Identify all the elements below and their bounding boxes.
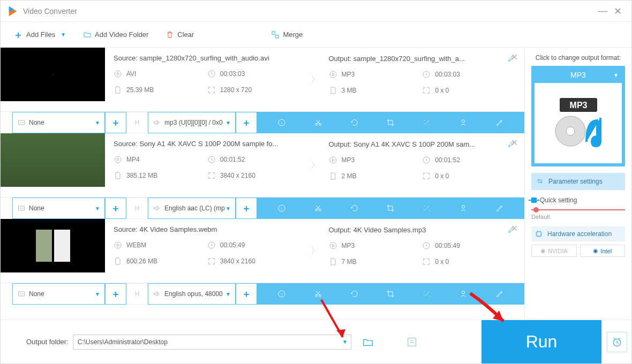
cut-button[interactable]: [312, 287, 325, 300]
source-duration: 00:03:03: [220, 70, 245, 78]
hd-toggle-button[interactable]: H: [126, 198, 148, 219]
alarm-clock-icon: [612, 337, 622, 347]
close-button[interactable]: ✕: [610, 4, 625, 19]
minimize-button[interactable]: —: [595, 4, 610, 19]
subtitle-value: None: [29, 290, 44, 298]
effects-button[interactable]: [420, 287, 433, 300]
hardware-accel-toggle[interactable]: Hardware acceleration: [531, 226, 625, 241]
subtitle-select[interactable]: None▼: [12, 283, 105, 305]
svg-rect-30: [537, 232, 541, 236]
quick-setting-label: Quick setting: [540, 196, 577, 204]
chip-icon: [535, 230, 543, 238]
output-folder-label: Output folder:: [26, 338, 69, 346]
speaker-icon: [153, 204, 161, 213]
remove-item-button[interactable]: ✕: [511, 52, 518, 62]
file-size-icon: [329, 257, 337, 266]
subtitle-select[interactable]: None▼: [12, 112, 105, 133]
add-subtitle-button[interactable]: ＋: [105, 283, 126, 305]
add-subtitle-button[interactable]: ＋: [105, 198, 126, 219]
output-format-title: Click to change output format:: [531, 54, 625, 62]
run-button[interactable]: Run: [481, 320, 601, 363]
file-item: Source: Sony A1 4K XAVC S 100P 200M samp…: [1, 133, 524, 219]
output-format: MP3: [342, 71, 355, 78]
subtitle-button[interactable]: [493, 116, 506, 129]
audio-select[interactable]: mp3 (U[0][0][0] / 0x0▼: [148, 112, 236, 133]
crop-button[interactable]: [384, 287, 397, 300]
add-files-button[interactable]: ＋ Add Files ▼: [13, 28, 66, 41]
file-size-icon: [114, 171, 122, 180]
subtitle-button[interactable]: [493, 287, 506, 300]
merge-button[interactable]: Merge: [271, 31, 303, 39]
intel-chip[interactable]: ◉Intel: [580, 245, 626, 257]
audio-value: mp3 (U[0][0][0] / 0x0: [164, 119, 223, 126]
hd-toggle-button[interactable]: H: [126, 283, 148, 305]
effects-button[interactable]: [420, 116, 433, 129]
subtitle-button[interactable]: [493, 202, 506, 215]
app-logo: [7, 5, 19, 17]
video-format-icon: [114, 70, 122, 78]
plus-icon: ＋: [13, 28, 23, 41]
merge-label: Merge: [283, 31, 303, 39]
rotate-button[interactable]: [348, 287, 361, 300]
output-filename: Output: 4K Video Samples.mp3: [329, 226, 503, 234]
output-resolution: 0 x 0: [435, 258, 449, 266]
clear-button[interactable]: Clear: [165, 31, 194, 39]
audio-select[interactable]: English aac (LC) (mp▼: [148, 198, 236, 219]
nvidia-chip[interactable]: ◉NVIDIA: [531, 245, 577, 257]
thumbnail[interactable]: [1, 219, 105, 272]
quality-slider[interactable]: Default: [531, 209, 625, 220]
chevron-down-icon: ▼: [95, 120, 100, 126]
schedule-button[interactable]: [607, 332, 627, 352]
remove-item-button[interactable]: ✕: [511, 138, 518, 148]
info-button[interactable]: [275, 202, 288, 215]
rotate-button[interactable]: [348, 202, 361, 215]
file-size-icon: [329, 86, 337, 95]
add-folder-button[interactable]: Add Video Folder: [83, 31, 148, 39]
effects-button[interactable]: [420, 202, 433, 215]
resolution-icon: [422, 257, 431, 266]
crop-button[interactable]: [384, 202, 397, 215]
list-button[interactable]: [406, 336, 418, 348]
svg-point-25: [462, 291, 464, 294]
crop-button[interactable]: [384, 116, 397, 129]
cut-button[interactable]: [312, 202, 325, 215]
add-audio-button[interactable]: ＋: [236, 112, 257, 133]
add-subtitle-button[interactable]: ＋: [105, 112, 126, 133]
file-list: ▪ Source: sample_1280x720_surfing_with_a…: [1, 48, 524, 320]
output-folder-input[interactable]: C:\Users\Administrator\Desktop ▼: [73, 335, 351, 350]
svg-point-17: [462, 206, 464, 208]
svg-point-29: [566, 127, 575, 135]
open-folder-button[interactable]: [362, 336, 374, 348]
info-button[interactable]: [275, 287, 288, 300]
add-audio-button[interactable]: ＋: [236, 283, 257, 305]
output-duration: 00:03:03: [435, 71, 460, 78]
svg-rect-31: [408, 338, 416, 346]
slider-label: Default: [531, 214, 625, 220]
intel-label: Intel: [600, 248, 612, 254]
chevron-down-icon[interactable]: ▼: [342, 339, 348, 345]
thumbnail[interactable]: ▪: [1, 48, 105, 101]
resolution-icon: [207, 171, 216, 180]
svg-rect-0: [272, 32, 275, 34]
output-filename: Output: Sony A1 4K XAVC S 100P 200M sam.…: [329, 140, 503, 148]
file-size-icon: [329, 172, 337, 180]
output-format-selector[interactable]: MP3▼ MP3: [531, 66, 625, 166]
clear-label: Clear: [177, 31, 194, 39]
chevron-down-icon[interactable]: ▼: [61, 32, 66, 37]
watermark-button[interactable]: [457, 202, 470, 215]
remove-item-button[interactable]: ✕: [511, 223, 518, 233]
add-audio-button[interactable]: ＋: [236, 198, 257, 219]
hd-toggle-button[interactable]: H: [126, 112, 148, 133]
parameter-settings-button[interactable]: Parameter settings: [531, 173, 625, 190]
cut-button[interactable]: [312, 116, 325, 129]
rotate-button[interactable]: [348, 116, 361, 129]
chevron-down-icon: ▼: [95, 291, 100, 297]
audio-value: English opus, 48000: [164, 290, 223, 298]
source-size: 385.12 MB: [126, 172, 157, 179]
info-button[interactable]: [275, 116, 288, 129]
audio-select[interactable]: English opus, 48000▼: [148, 283, 236, 305]
subtitle-select[interactable]: None▼: [12, 198, 105, 219]
watermark-button[interactable]: [457, 116, 470, 129]
watermark-button[interactable]: [457, 287, 470, 300]
thumbnail[interactable]: [1, 133, 105, 187]
